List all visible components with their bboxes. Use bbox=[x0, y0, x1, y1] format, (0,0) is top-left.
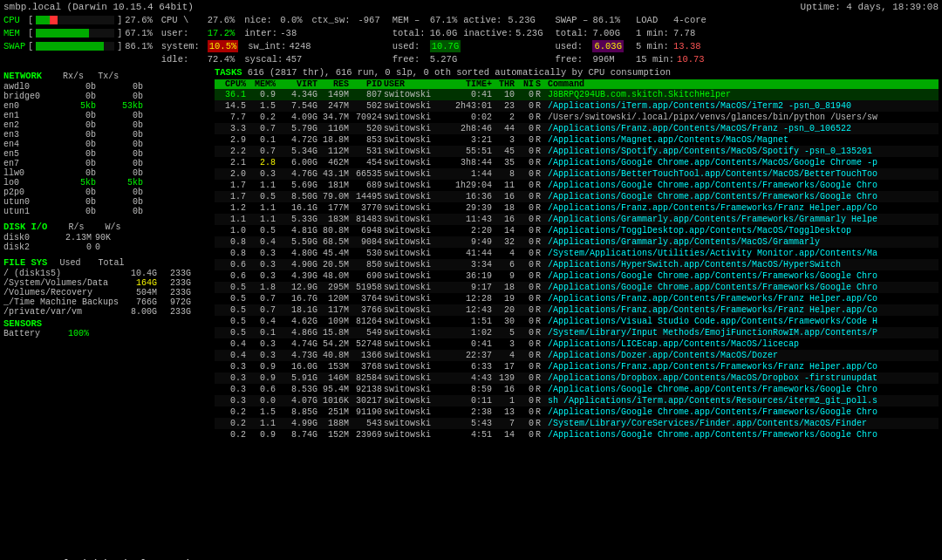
table-row: 0.30.04.07G1016K30217switowski0:1110Rsh … bbox=[215, 395, 939, 406]
swap-label: SWAP bbox=[3, 41, 25, 51]
mem-active: 5.23G bbox=[508, 14, 536, 26]
right-panel: TASKS 616 (2817 thr), 616 run, 0 slp, 0 … bbox=[215, 67, 939, 556]
cpu-total-pct: 27.6% bbox=[208, 14, 236, 26]
disk-rows: disk02.13M90Kdisk200 bbox=[3, 233, 211, 252]
load-5min: 13.38 bbox=[673, 40, 701, 52]
list-item: en20b0b bbox=[3, 120, 211, 130]
swap-free: 996M bbox=[592, 53, 614, 65]
table-row: 2.20.75.34G112M531switowski55:51450R/App… bbox=[215, 146, 939, 157]
cpu-swint: 4248 bbox=[289, 40, 311, 52]
cpu-detail: CPU \ 27.6% nice: 0.0% ctx_sw: -967 user… bbox=[161, 14, 380, 65]
table-row: 1.21.116.1G177M3770switowski29:39180R/Ap… bbox=[215, 202, 939, 214]
fs-section: FILE SYS Used Total / (disk1s5)10.4G233G… bbox=[3, 254, 211, 317]
swap-bar-row: [ ] 86.1% bbox=[28, 40, 153, 52]
mem-total: 16.0G bbox=[430, 27, 458, 39]
table-row: 0.60.34.90G20.5M850switowski3:3460R/Appl… bbox=[215, 259, 939, 270]
sensors-header: SENSORS bbox=[3, 318, 42, 329]
swap-detail: SWAP – 86.1% total: 7.00G used: 6.03G fr… bbox=[555, 14, 624, 65]
net-rows: awdl00b0bbridge00b0ben05kb53kben10b0ben2… bbox=[3, 82, 211, 216]
table-row: 0.40.34.74G54.2M52748switowski0:4130R/Ap… bbox=[215, 338, 939, 350]
cpu-bar-row: [ ] 27.6% bbox=[28, 14, 153, 26]
disk-section: DISK I/O R/s W/s disk02.13M90Kdisk200 bbox=[3, 218, 211, 252]
list-item: en40b0b bbox=[3, 140, 211, 149]
fs-rows: / (disk1s5)10.4G233G/System/Volumes/Data… bbox=[3, 269, 211, 317]
cpu-label: CPU bbox=[3, 15, 25, 25]
swap-pct2: 86.1% bbox=[592, 14, 620, 26]
disk-r-header: R/s bbox=[68, 222, 84, 232]
table-row: 0.20.98.74G152M23969switowski4:51140R/Ap… bbox=[215, 429, 939, 440]
load-detail: LOAD 4-core 1 min: 7.78 5 min: 13.38 15 … bbox=[636, 14, 706, 65]
table-row: 1.71.15.69G181M689switowski1h29:04110R/A… bbox=[215, 180, 939, 191]
table-row: 2.90.14.72G18.8M853switowski3:2130R/Appl… bbox=[215, 134, 939, 146]
top-bar: smbp.local (Darwin 10.15.4 64bit) Uptime… bbox=[3, 2, 939, 12]
fs-used-header: Used bbox=[59, 258, 80, 268]
disk-header: DISK I/O bbox=[3, 222, 47, 232]
load-15min: 10.73 bbox=[677, 53, 705, 65]
list-item: disk200 bbox=[3, 242, 211, 252]
cpu-syscal: 457 bbox=[285, 53, 302, 65]
mem-detail: MEM – 67.1% active: 5.23G total: 16.0G i… bbox=[392, 14, 543, 65]
table-row: 0.80.45.59G68.5M9084switowski9:49320R/Ap… bbox=[215, 236, 939, 248]
table-row: 0.80.34.80G45.4M530switowski41:4440R/Sys… bbox=[215, 248, 939, 259]
list-item: _/Time Machine Backups766G972G bbox=[3, 297, 211, 307]
swap-used: 6.03G bbox=[592, 40, 624, 52]
disk-w-header: W/s bbox=[105, 222, 120, 232]
network-section: NETWORK Rx/s Tx/s awdl00b0bbridge00b0ben… bbox=[3, 67, 211, 216]
fs-total-header: Total bbox=[98, 258, 124, 268]
table-row: 2.12.86.00G462M454switowski3h8:44350R/Ap… bbox=[215, 157, 939, 168]
swap-pct: 86.1% bbox=[125, 41, 153, 51]
table-row: 7.70.24.09G34.7M70924switowski0:0220R/Us… bbox=[215, 112, 939, 123]
list-item: bridge00b0b bbox=[3, 92, 211, 101]
fs-header: FILE SYS bbox=[3, 257, 47, 268]
cpu-system: 10.5% bbox=[208, 40, 239, 52]
list-item: /Volumes/Recovery504M233G bbox=[3, 288, 211, 297]
table-row: 0.50.718.1G117M3766switowski12:43200R/Ap… bbox=[215, 304, 939, 316]
main-content: NETWORK Rx/s Tx/s awdl00b0bbridge00b0ben… bbox=[3, 67, 939, 556]
uptime: Uptime: 4 days, 18:39:08 bbox=[801, 2, 939, 12]
list-item: / (disk1s5)10.4G233G bbox=[3, 269, 211, 278]
table-row: 0.21.14.99G188M543switowski5:4370R/Syste… bbox=[215, 418, 939, 429]
cpu-nice: 0.0% bbox=[280, 14, 302, 26]
list-item: en30b0b bbox=[3, 130, 211, 140]
proc-col-headers: CPU% MEM% VIRT RES PID USER TIME+ THR NI… bbox=[215, 79, 939, 89]
mem-pct2: 67.1% bbox=[430, 14, 458, 26]
table-row: 1.11.15.33G183M81483switowski11:43160R/A… bbox=[215, 214, 939, 225]
swap-total: 7.00G bbox=[592, 27, 620, 39]
list-item: /private/var/vm8.00G233G bbox=[3, 307, 211, 317]
table-row: 0.50.716.7G120M3764switowski12:28190R/Ap… bbox=[215, 293, 939, 304]
cpu-user: 17.2% bbox=[208, 27, 236, 39]
list-item: en50b0b bbox=[3, 149, 211, 159]
net-tx-header: Tx/s bbox=[98, 72, 119, 81]
cpu-ctxsw: -967 bbox=[358, 14, 380, 26]
mem-label: MEM bbox=[3, 28, 25, 38]
table-row: 14.51.57.54G247M502switowski2h43:01230R/… bbox=[215, 100, 939, 112]
table-row: 0.60.34.39G48.0M690switowski36:1990R/App… bbox=[215, 270, 939, 282]
list-item: lo05kb5kb bbox=[3, 178, 211, 188]
table-row: 0.50.44.62G109M81264switowski1:51300R/Ap… bbox=[215, 316, 939, 327]
net-rx-header: Rx/s bbox=[63, 72, 84, 81]
table-row: 1.00.54.81G80.8M6948switowski2:20140R/Ap… bbox=[215, 225, 939, 236]
tasks-header: TASKS 616 (2817 thr), 616 run, 0 slp, 0 … bbox=[215, 67, 939, 78]
list-item: awdl00b0b bbox=[3, 82, 211, 92]
list-item: llw00b0b bbox=[3, 168, 211, 178]
list-item: /System/Volumes/Data164G233G bbox=[3, 278, 211, 288]
mem-pct: 67.1% bbox=[125, 28, 153, 38]
list-item: Battery100% bbox=[3, 329, 211, 338]
mem-bar-row: [ ] 67.1% bbox=[28, 27, 153, 39]
resource-bars: CPU MEM SWAP [ ] 27.6% [ bbox=[3, 14, 153, 52]
table-row: 0.30.95.91G146M82584switowski4:431390R/A… bbox=[215, 372, 939, 384]
screen: smbp.local (Darwin 10.15.4 64bit) Uptime… bbox=[0, 0, 942, 560]
table-row: 0.50.14.86G15.8M549switowski1:0250R/Syst… bbox=[215, 327, 939, 338]
load-cores: 4-core bbox=[673, 14, 706, 26]
proc-rows: 36.10.94.34G149M807switowski0:41100RJ8BR… bbox=[215, 89, 939, 440]
sensors-section: SENSORS Battery100% bbox=[3, 318, 211, 338]
hostname: smbp.local (Darwin 10.15.4 64bit) bbox=[3, 2, 194, 12]
list-item: p2p00b0b bbox=[3, 188, 211, 197]
sensor-rows: Battery100% bbox=[3, 329, 211, 338]
list-item: utun00b0b bbox=[3, 197, 211, 207]
table-row: 1.70.58.50G79.0M14495switowski16:36160R/… bbox=[215, 191, 939, 202]
mem-free: 5.27G bbox=[430, 53, 458, 65]
list-item: en70b0b bbox=[3, 159, 211, 168]
tasks-summary: 616 (2817 thr), 616 run, 0 slp, 0 oth so… bbox=[248, 67, 671, 78]
table-row: 3.30.75.79G116M520switowski2h8:46440R/Ap… bbox=[215, 123, 939, 134]
